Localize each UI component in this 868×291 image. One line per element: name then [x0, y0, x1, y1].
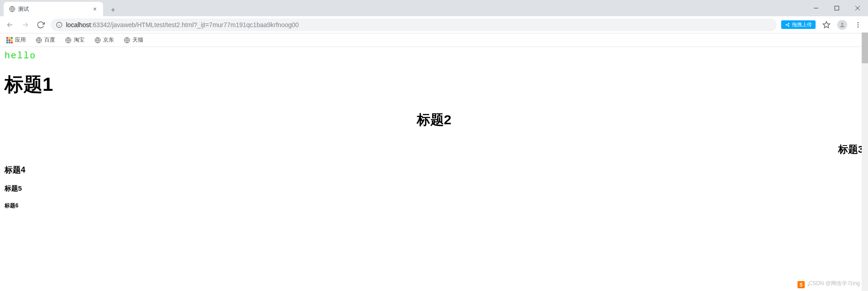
- reload-button[interactable]: [35, 19, 46, 30]
- back-button[interactable]: [5, 19, 15, 30]
- svg-point-13: [858, 26, 859, 28]
- close-tab-icon[interactable]: ×: [92, 5, 98, 13]
- svg-point-12: [858, 24, 859, 25]
- tab-title: 测试: [18, 5, 90, 13]
- heading-5: 标题5: [5, 184, 863, 193]
- apps-icon: [6, 37, 13, 43]
- window-controls: [806, 0, 868, 16]
- heading-3: 标题3: [5, 143, 863, 156]
- bookmark-taobao[interactable]: 淘宝: [65, 36, 85, 44]
- svg-rect-2: [835, 6, 839, 10]
- address-bar[interactable]: localhost:63342/javaweb/HTMLtest/test2.h…: [51, 19, 777, 31]
- heading-6: 标题6: [5, 202, 863, 210]
- info-icon[interactable]: [56, 22, 62, 28]
- page-content: hello 标题1 标题2 标题3 标题4 标题5 标题6: [0, 47, 868, 223]
- vertical-scrollbar[interactable]: [862, 33, 868, 291]
- profile-avatar[interactable]: [837, 20, 847, 30]
- ime-badge-icon: S: [797, 281, 805, 288]
- globe-icon: [9, 6, 15, 12]
- heading-4: 标题4: [5, 164, 863, 175]
- close-window-button[interactable]: [847, 0, 868, 16]
- bookmark-tmall[interactable]: 天猫: [124, 36, 143, 44]
- browser-tab[interactable]: 测试 ×: [4, 2, 103, 16]
- globe-icon: [36, 37, 42, 43]
- watermark: CSDN @网络学习ing: [808, 280, 860, 287]
- tab-strip: 测试 ×: [0, 0, 868, 16]
- globe-icon: [124, 37, 130, 43]
- svg-marker-9: [823, 21, 830, 28]
- svg-point-10: [841, 23, 844, 25]
- bookmark-baidu[interactable]: 百度: [36, 36, 55, 44]
- forward-button[interactable]: [20, 19, 31, 30]
- star-icon[interactable]: [821, 19, 832, 30]
- toolbar: localhost:63342/javaweb/HTMLtest/test2.h…: [0, 16, 868, 33]
- toolbar-right: 拖拽上传: [781, 19, 863, 30]
- maximize-button[interactable]: [826, 0, 847, 16]
- url-text: localhost:63342/javaweb/HTMLtest/test2.h…: [66, 21, 299, 28]
- svg-point-11: [858, 22, 859, 23]
- ime-indicator[interactable]: S ·: [797, 281, 809, 288]
- extension-badge[interactable]: 拖拽上传: [781, 20, 816, 29]
- menu-icon[interactable]: [853, 19, 863, 30]
- browser-chrome: 测试 × localhost:63342/javaweb/HTMLtest/t: [0, 0, 868, 47]
- bookmarks-bar: 应用 百度 淘宝 京东 天猫: [0, 33, 868, 47]
- globe-icon: [65, 37, 71, 43]
- bookmark-jd[interactable]: 京东: [94, 36, 114, 44]
- scroll-thumb[interactable]: [862, 33, 868, 63]
- heading-2: 标题2: [5, 111, 863, 129]
- minimize-button[interactable]: [806, 0, 826, 16]
- globe-icon: [94, 37, 101, 43]
- hello-text: hello: [5, 51, 863, 61]
- heading-1: 标题1: [5, 72, 863, 97]
- apps-shortcut[interactable]: 应用: [6, 36, 26, 44]
- new-tab-button[interactable]: [107, 4, 119, 16]
